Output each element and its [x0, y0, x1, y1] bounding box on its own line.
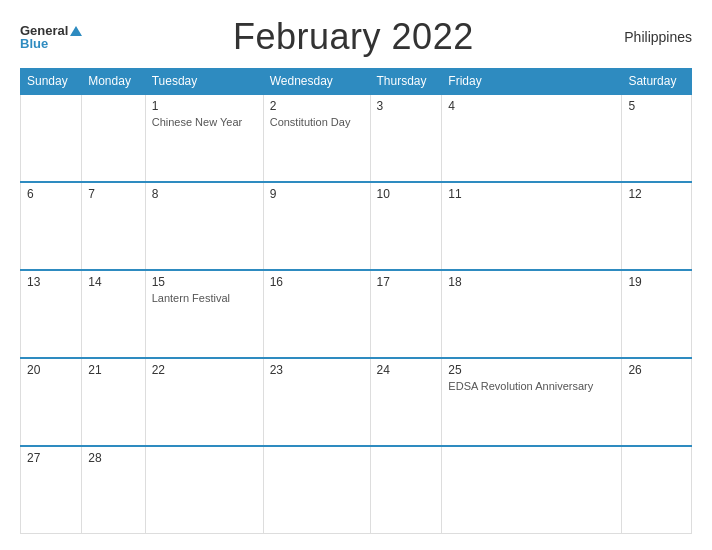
day-number: 23	[270, 363, 364, 377]
header-monday: Monday	[82, 69, 145, 95]
logo: General Blue	[20, 24, 82, 50]
day-number: 25	[448, 363, 615, 377]
calendar-cell: 25EDSA Revolution Anniversary	[442, 358, 622, 446]
day-number: 9	[270, 187, 364, 201]
calendar-cell	[21, 94, 82, 182]
day-number: 14	[88, 275, 138, 289]
calendar-cell: 7	[82, 182, 145, 270]
weekday-header-row: Sunday Monday Tuesday Wednesday Thursday…	[21, 69, 692, 95]
header-sunday: Sunday	[21, 69, 82, 95]
day-number: 3	[377, 99, 436, 113]
calendar-week-row: 2728	[21, 446, 692, 534]
day-number: 26	[628, 363, 685, 377]
day-number: 19	[628, 275, 685, 289]
calendar-cell: 2Constitution Day	[263, 94, 370, 182]
calendar-cell: 22	[145, 358, 263, 446]
calendar-week-row: 6789101112	[21, 182, 692, 270]
calendar-cell: 15Lantern Festival	[145, 270, 263, 358]
event-label: EDSA Revolution Anniversary	[448, 379, 615, 393]
calendar-cell: 16	[263, 270, 370, 358]
calendar-cell: 9	[263, 182, 370, 270]
day-number: 8	[152, 187, 257, 201]
day-number: 22	[152, 363, 257, 377]
calendar-cell: 17	[370, 270, 442, 358]
calendar-cell	[145, 446, 263, 534]
day-number: 12	[628, 187, 685, 201]
event-label: Chinese New Year	[152, 115, 257, 129]
calendar-cell: 23	[263, 358, 370, 446]
calendar-title: February 2022	[233, 16, 474, 58]
header-thursday: Thursday	[370, 69, 442, 95]
header: General Blue February 2022 Philippines	[20, 16, 692, 58]
day-number: 10	[377, 187, 436, 201]
event-label: Lantern Festival	[152, 291, 257, 305]
calendar-cell	[622, 446, 692, 534]
calendar-cell: 13	[21, 270, 82, 358]
day-number: 27	[27, 451, 75, 465]
calendar-cell	[442, 446, 622, 534]
calendar-week-row: 202122232425EDSA Revolution Anniversary2…	[21, 358, 692, 446]
calendar-cell: 28	[82, 446, 145, 534]
header-saturday: Saturday	[622, 69, 692, 95]
day-number: 20	[27, 363, 75, 377]
day-number: 13	[27, 275, 75, 289]
calendar-cell: 12	[622, 182, 692, 270]
calendar-week-row: 1Chinese New Year2Constitution Day345	[21, 94, 692, 182]
day-number: 15	[152, 275, 257, 289]
calendar-cell	[263, 446, 370, 534]
event-label: Constitution Day	[270, 115, 364, 129]
day-number: 24	[377, 363, 436, 377]
calendar-cell: 4	[442, 94, 622, 182]
calendar-cell: 24	[370, 358, 442, 446]
calendar-page: General Blue February 2022 Philippines S…	[0, 0, 712, 550]
calendar-cell: 27	[21, 446, 82, 534]
day-number: 1	[152, 99, 257, 113]
calendar-cell: 21	[82, 358, 145, 446]
day-number: 2	[270, 99, 364, 113]
calendar-cell: 10	[370, 182, 442, 270]
header-tuesday: Tuesday	[145, 69, 263, 95]
calendar-cell	[82, 94, 145, 182]
day-number: 6	[27, 187, 75, 201]
day-number: 21	[88, 363, 138, 377]
calendar-cell: 19	[622, 270, 692, 358]
calendar-cell: 26	[622, 358, 692, 446]
calendar-cell: 1Chinese New Year	[145, 94, 263, 182]
header-wednesday: Wednesday	[263, 69, 370, 95]
header-friday: Friday	[442, 69, 622, 95]
calendar-cell: 14	[82, 270, 145, 358]
calendar-week-row: 131415Lantern Festival16171819	[21, 270, 692, 358]
day-number: 5	[628, 99, 685, 113]
calendar-table: Sunday Monday Tuesday Wednesday Thursday…	[20, 68, 692, 534]
day-number: 7	[88, 187, 138, 201]
calendar-cell	[370, 446, 442, 534]
logo-blue-text: Blue	[20, 37, 48, 50]
calendar-cell: 8	[145, 182, 263, 270]
day-number: 18	[448, 275, 615, 289]
logo-triangle-icon	[70, 26, 82, 36]
day-number: 16	[270, 275, 364, 289]
calendar-cell: 20	[21, 358, 82, 446]
calendar-cell: 11	[442, 182, 622, 270]
calendar-cell: 18	[442, 270, 622, 358]
day-number: 28	[88, 451, 138, 465]
country-label: Philippines	[624, 29, 692, 45]
day-number: 17	[377, 275, 436, 289]
calendar-cell: 5	[622, 94, 692, 182]
calendar-cell: 3	[370, 94, 442, 182]
day-number: 11	[448, 187, 615, 201]
calendar-cell: 6	[21, 182, 82, 270]
day-number: 4	[448, 99, 615, 113]
